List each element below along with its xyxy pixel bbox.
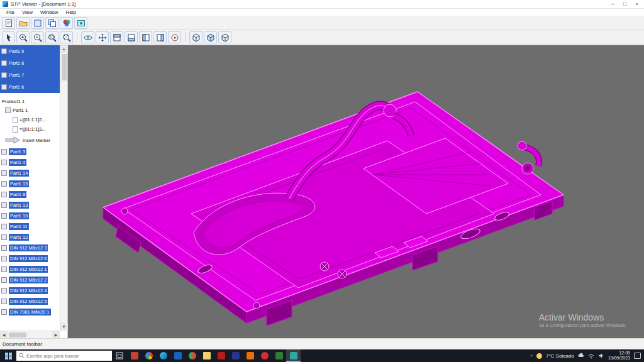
minimize-button[interactable]: ─: [607, 0, 619, 8]
part-list-item[interactable]: Part1 13: [0, 200, 60, 211]
single-view-icon[interactable]: [31, 17, 44, 29]
left-view-icon[interactable]: [139, 31, 152, 43]
pan-icon[interactable]: [96, 31, 109, 43]
close-button[interactable]: ×: [631, 0, 643, 8]
part-list-item[interactable]: Part1 4: [0, 157, 60, 168]
zoom-window-icon[interactable]: [45, 31, 58, 43]
rotate-center-icon[interactable]: [168, 31, 181, 43]
part-list-item[interactable]: DIN 912 M6x12 2: [0, 275, 60, 285]
taskbar-clock[interactable]: 12:05 19/09/2023: [608, 351, 630, 361]
taskbar-app-stp-viewer[interactable]: [286, 349, 301, 362]
menu-view[interactable]: View: [18, 9, 36, 15]
tree-item-selected[interactable]: Part1 7: [0, 69, 60, 81]
open-icon[interactable]: [16, 17, 30, 29]
part-label: Part1 9: [9, 48, 24, 54]
tree-item-selected[interactable]: Part1 9: [0, 45, 60, 57]
part-list-item[interactable]: DIN 912 M6x12 6: [0, 253, 60, 264]
part-list-item[interactable]: DIN 912 M6x12 5: [0, 296, 60, 307]
back-view-icon[interactable]: [125, 31, 138, 43]
notification-center-icon[interactable]: [634, 353, 641, 359]
part-cube-icon: [1, 309, 7, 315]
zoom-extents-icon[interactable]: [60, 31, 73, 43]
zoom-out-icon[interactable]: [31, 31, 44, 43]
part-label: DIN 912 M6x12 3: [9, 244, 48, 251]
taskbar-search[interactable]: [16, 351, 112, 361]
part-label: DIN 912 M6x12 4: [9, 287, 48, 294]
main-toolbar: [0, 16, 644, 30]
part-cube-icon: [1, 170, 7, 176]
part-label: Part1 7: [9, 72, 24, 78]
insert-marker-item[interactable]: Insert Marker: [0, 134, 60, 146]
menu-window[interactable]: Window: [36, 9, 62, 15]
pointer-icon[interactable]: [2, 31, 15, 43]
taskbar-app-browser[interactable]: [185, 349, 199, 362]
weather-text[interactable]: 7°C Soleado: [546, 353, 574, 359]
hidden-icons-chevron-icon[interactable]: ^: [530, 353, 533, 359]
color-wheel-icon[interactable]: [60, 17, 73, 29]
tree-vertical-scrollbar[interactable]: ▲ ▼: [60, 45, 67, 331]
scroll-right-icon[interactable]: ▶: [52, 331, 60, 339]
taskbar-app-edge[interactable]: [156, 349, 170, 362]
new-icon[interactable]: [2, 17, 15, 29]
volume-icon[interactable]: [598, 353, 604, 359]
search-input[interactable]: [26, 353, 109, 359]
tree-root-item[interactable]: Part1 1: [0, 106, 60, 115]
multi-view-icon[interactable]: [45, 17, 58, 29]
model-tree: Part1 9 Part1 8 Part1 7 Part1 6 Product1…: [0, 45, 60, 331]
cloud-sync-icon[interactable]: [578, 353, 584, 359]
taskbar-app-green[interactable]: [272, 349, 286, 362]
task-view-button[interactable]: [112, 349, 127, 362]
scrollbar-thumb[interactable]: [62, 54, 67, 80]
orbit-icon[interactable]: [81, 31, 94, 43]
tree-child-item[interactable]: =|[01:1:1]2...: [0, 115, 60, 124]
maximize-button[interactable]: □: [619, 0, 631, 8]
tree-item-selected[interactable]: Part1 8: [0, 57, 60, 69]
tree-item-selected[interactable]: Part1 6: [0, 81, 60, 93]
part-list-item[interactable]: Part1 10: [0, 211, 60, 221]
taskbar-app-shield[interactable]: [127, 349, 142, 362]
taskbar-app-dark[interactable]: [228, 349, 243, 362]
part-list-item[interactable]: DIN 912 M6x12 4: [0, 285, 60, 296]
snapshot-icon[interactable]: [74, 17, 87, 29]
part-list-item[interactable]: Part1 12: [0, 232, 60, 243]
part-list-item[interactable]: Part1 3: [0, 146, 60, 157]
system-tray: ^ 7°C Soleado 12:05 19/09/2023: [530, 349, 644, 362]
part-cube-icon: [1, 149, 7, 155]
tree-child-item[interactable]: =|[01:1:1]3...: [0, 124, 60, 134]
part-label: DIN 912 M6x12 5: [9, 298, 48, 305]
part-label: DIN 7981 M6x20 1: [9, 309, 51, 315]
part-list-item[interactable]: Part1 14: [0, 168, 60, 178]
viewport-3d[interactable]: Activar Windows Ve a Configuración para …: [68, 45, 644, 338]
scroll-up-icon[interactable]: ▲: [60, 45, 68, 53]
isometric-view-icon[interactable]: [218, 31, 231, 43]
part-list-item[interactable]: Part1 15: [0, 178, 60, 189]
part-list-item[interactable]: Part1 11: [0, 221, 60, 232]
taskbar-app-chrome[interactable]: [142, 349, 156, 362]
part-list-item[interactable]: DIN 912 M6x12 3: [0, 243, 60, 253]
part-list-item[interactable]: Part1 8: [0, 189, 60, 200]
taskbar-app-orange[interactable]: [243, 349, 257, 362]
taskbar-app-folder[interactable]: [199, 349, 214, 362]
part-list-item[interactable]: DIN 912 M6x12 1: [0, 264, 60, 275]
front-view-icon[interactable]: [110, 31, 123, 43]
menu-file[interactable]: File: [3, 9, 18, 15]
wireframe-icon[interactable]: [189, 31, 203, 43]
taskbar-app-blue[interactable]: [170, 349, 185, 362]
tree-horizontal-scrollbar[interactable]: ◀ ▶: [0, 331, 60, 338]
start-button[interactable]: [0, 349, 16, 362]
scroll-down-icon[interactable]: ▼: [60, 323, 68, 331]
wifi-icon[interactable]: [588, 353, 594, 359]
taskbar-app-red[interactable]: [257, 349, 272, 362]
menu-help[interactable]: Help: [62, 9, 80, 15]
scrollbar-thumb[interactable]: [9, 332, 26, 337]
zoom-in-icon[interactable]: [16, 31, 30, 43]
product-root-label[interactable]: Product1 1: [0, 97, 60, 106]
shaded-icon[interactable]: [204, 31, 217, 43]
scroll-left-icon[interactable]: ◀: [0, 331, 8, 339]
taskbar-app-red-a[interactable]: [214, 349, 228, 362]
part-cube-icon: [1, 288, 7, 293]
right-view-icon[interactable]: [153, 31, 167, 43]
part-list-item[interactable]: DIN 7981 M6x20 1: [0, 307, 60, 317]
part-cube-icon: [1, 84, 7, 90]
part-cube-icon: [1, 277, 7, 283]
